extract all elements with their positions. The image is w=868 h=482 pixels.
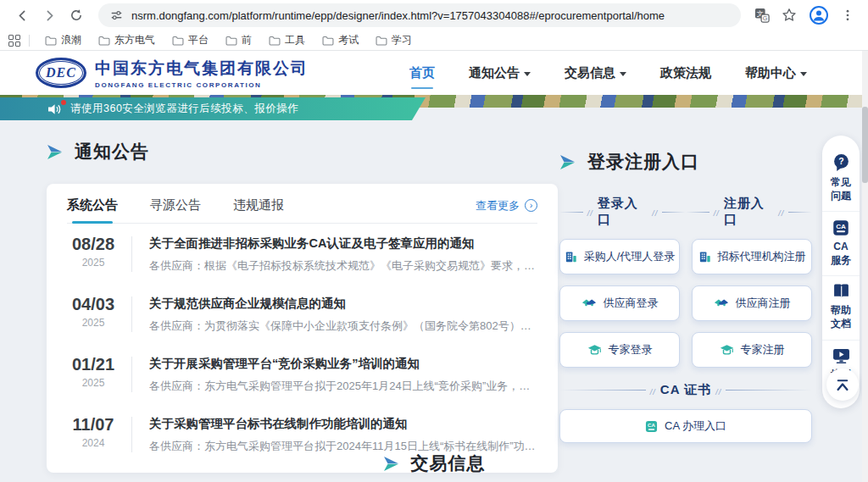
forward-icon[interactable] [38,4,60,26]
webpage: DEC 中国东方电气集团有限公司 DONGFANG ELECTRIC CORPO… [0,51,868,482]
entry-headers: 登录入口 注册入口 [559,196,812,228]
question-icon: ? [832,153,850,172]
expert-login-button[interactable]: 专家登录 [559,332,680,368]
ca-apply-button[interactable]: CA CA 办理入口 [559,409,812,443]
notice-date: 08/28 2025 [67,235,120,269]
svg-text:?: ? [838,157,843,166]
section-title: 登录注册入口 [587,150,699,174]
building-icon [698,251,711,263]
address-bar[interactable]: nsrm.dongfang.com/platform/runtime/epp/d… [98,3,741,27]
graduation-cap-icon [587,344,602,357]
back-to-top-button[interactable] [826,368,859,401]
view-more-link[interactable]: 查看更多 › [476,198,537,213]
notice-desc: 各供应商：东方电气采购管理平台拟于2025年1月24日上线“竞价采购”业务，为帮… [149,379,537,394]
expert-register-button[interactable]: 专家注册 [692,332,812,368]
dec-logo-icon: DEC [36,58,86,88]
notice-date: 11/07 2024 [67,415,120,449]
notices-card: 系统公告 寻源公告 违规通报 查看更多 › 08/28 2025 关于 [47,184,558,473]
bookmark-folder[interactable]: 平台 [165,31,215,49]
announcement-ribbon: 请使用360安全浏览器进行后续投标、报价操作 [0,97,426,120]
bookmark-folder[interactable]: 考试 [315,31,365,49]
page-content: 通知公告 系统公告 寻源公告 违规通报 查看更多 › 08/28 2025 [0,108,868,482]
reload-icon[interactable] [65,4,87,26]
section-arrow-icon [383,457,399,471]
notices-heading: 通知公告 [47,140,558,163]
apps-grid-icon[interactable] [8,35,20,47]
nav-item-home[interactable]: 首页 [409,65,435,81]
faq-shortcut[interactable]: ? 常见问题 [822,146,860,211]
menu-dots-icon[interactable] [841,8,854,22]
handshake-icon [714,298,729,309]
bookmark-label: 东方电气 [114,33,155,47]
ca-icon: CA [832,219,849,236]
company-name-en: DONGFANG ELECTRIC CORPORATION [95,81,309,89]
login-entry-header: 登录入口 [559,196,686,228]
profile-avatar-icon[interactable] [809,5,829,25]
login-register-section: 登录注册入口 登录入口 注册入口 采购人/代理人登录 [559,150,812,443]
browser-chrome: nsrm.dongfang.com/platform/runtime/epp/d… [0,0,868,51]
browser-toolbar: nsrm.dongfang.com/platform/runtime/epp/d… [0,0,868,30]
svg-text:G: G [763,14,768,22]
company-name-cn: 中国东方电气集团有限公司 [95,58,309,80]
notice-desc: 各供应商：根据《电子招标投标系统技术规范》《电子采购交易规范》要求，东方电气采购… [149,258,537,274]
folder-icon [322,36,334,46]
bookmark-label: 工具 [285,33,305,47]
divider [131,357,132,392]
main-nav: 首页 通知公告 交易信息 政策法规 帮助中心 [409,65,832,81]
supplier-register-button[interactable]: 供应商注册 [692,285,812,321]
handshake-icon [581,298,597,309]
bookmark-star-icon[interactable] [782,8,797,23]
help-doc-shortcut[interactable]: 帮助文档 [822,275,860,339]
bookmark-folder[interactable]: 学习 [369,31,419,49]
divider [131,296,132,332]
translate-icon[interactable]: 文G [754,8,770,23]
notice-row[interactable]: 04/03 2025 关于规范供应商企业规模信息的通知 各供应商：为贯彻落实《保… [67,284,537,344]
scrollbar-thumb[interactable] [862,107,868,183]
notice-title[interactable]: 关于全面推进非招标采购业务CA认证及电子签章应用的通知 [149,235,537,252]
svg-text:CA: CA [836,223,846,230]
folder-icon [225,36,237,46]
section-title: 交易信息 [411,452,486,475]
nav-item-notices[interactable]: 通知公告 [469,65,531,81]
bookmark-folder[interactable]: 东方电气 [92,31,162,49]
divider [131,236,132,272]
tab-sourcing-notices[interactable]: 寻源公告 [150,197,201,213]
notice-row[interactable]: 08/28 2025 关于全面推进非招标采购业务CA认证及电子签章应用的通知 各… [67,224,537,284]
tab-violation-reports[interactable]: 违规通报 [233,197,284,213]
scrollbar-track[interactable] [862,51,868,482]
notice-desc: 各供应商：为贯彻落实《保障中小企业款项支付条例》（国务院令第802号）及《中小企… [149,319,537,334]
site-settings-icon[interactable] [110,9,123,22]
notice-title[interactable]: 关于采购管理平台标书在线制作功能培训的通知 [149,416,537,432]
bookmark-label: 浪潮 [61,33,81,47]
notice-row[interactable]: 01/21 2025 关于开展采购管理平台“竞价采购业务”培训的通知 各供应商：… [67,344,537,404]
bid-agency-register-button[interactable]: 招标代理机构注册 [692,239,812,274]
quick-access-sidebar: ? 常见问题 CA CA服务 帮助文档 培训视频 [822,136,860,408]
bookmark-label: 平台 [188,33,209,47]
bookmark-label: 考试 [338,33,359,47]
notice-title[interactable]: 关于开展采购管理平台“竞价采购业务”培训的通知 [149,356,537,372]
notice-tabs: 系统公告 寻源公告 违规通报 查看更多 › [67,197,537,224]
svg-text:CA: CA [648,422,655,428]
bookmarks-bar: 浪潮 东方电气 平台 前 工具 考试 学习 [0,30,868,50]
bookmark-folder[interactable]: 前 [219,31,259,49]
buyer-agent-login-button[interactable]: 采购人/代理人登录 [559,239,680,274]
bookmark-folder[interactable]: 工具 [262,31,312,49]
notice-date: 04/03 2025 [67,295,120,329]
url-text: nsrm.dongfang.com/platform/runtime/epp/d… [131,9,665,22]
nav-item-help-center[interactable]: 帮助中心 [745,65,807,81]
help-doc-icon [832,284,850,300]
trade-info-section: 交易信息 [0,452,868,475]
notice-title[interactable]: 关于规范供应商企业规模信息的通知 [149,296,537,312]
site-header: DEC 中国东方电气集团有限公司 DONGFANG ELECTRIC CORPO… [0,51,868,95]
tab-system-notices[interactable]: 系统公告 [67,197,118,213]
ca-service-shortcut[interactable]: CA CA服务 [822,211,860,275]
nav-item-trade-info[interactable]: 交易信息 [565,65,626,81]
company-logo[interactable]: DEC 中国东方电气集团有限公司 DONGFANG ELECTRIC CORPO… [36,58,309,89]
bookmark-folder[interactable]: 浪潮 [38,31,88,49]
nav-item-policies[interactable]: 政策法规 [660,65,711,81]
back-icon[interactable] [11,4,33,26]
supplier-login-button[interactable]: 供应商登录 [559,285,680,321]
bookmark-label: 前 [242,33,252,47]
building-icon [565,251,577,263]
notices-section: 通知公告 系统公告 寻源公告 违规通报 查看更多 › 08/28 2025 [47,140,558,473]
